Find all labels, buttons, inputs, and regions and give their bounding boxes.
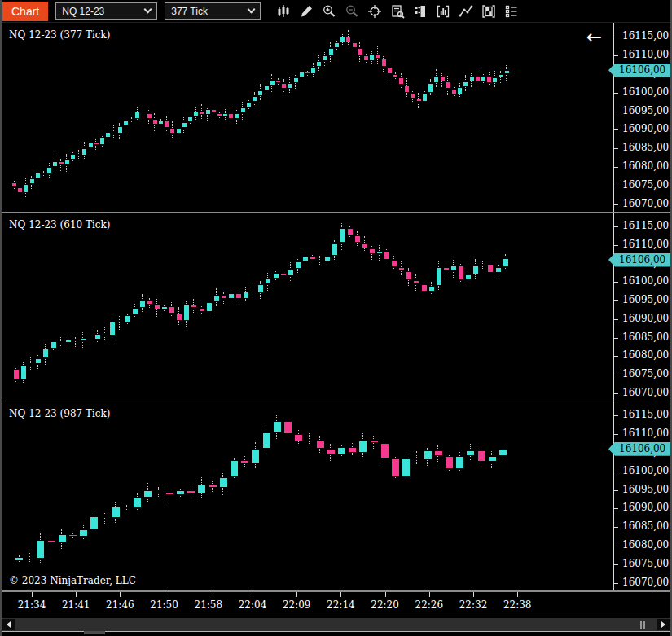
scrollbar-grip[interactable] xyxy=(640,621,645,629)
zoom-in-icon[interactable] xyxy=(318,2,340,20)
candle-up xyxy=(161,306,168,310)
price-tick-label: 16085,00 xyxy=(622,331,669,343)
candle-up xyxy=(293,77,299,83)
candle-down xyxy=(345,37,351,42)
data-box-icon[interactable] xyxy=(386,2,409,20)
scroll-left-button[interactable] xyxy=(2,619,15,630)
candle-up xyxy=(129,119,134,121)
time-tick-label: 21:50 xyxy=(150,599,178,611)
price-tick xyxy=(614,167,618,168)
plot-area[interactable]: ← xyxy=(2,23,613,212)
time-tick xyxy=(253,592,253,597)
line-chart-icon[interactable] xyxy=(455,2,477,20)
candle-down xyxy=(294,434,303,441)
objects-list-icon[interactable] xyxy=(500,2,523,20)
zoom-out-icon[interactable] xyxy=(340,2,363,20)
candle-up xyxy=(287,83,292,89)
crosshair-icon[interactable] xyxy=(363,2,386,20)
time-tick xyxy=(385,592,386,597)
candle-up xyxy=(36,540,45,559)
chart-style-icon[interactable] xyxy=(272,2,295,20)
candle-up xyxy=(305,440,314,441)
price-tick xyxy=(614,37,618,37)
indicators-icon[interactable] xyxy=(432,2,455,20)
candle-up xyxy=(125,315,131,322)
candle-up xyxy=(94,334,101,340)
price-tick xyxy=(614,434,618,435)
time-tick-label: 22:38 xyxy=(503,599,532,611)
time-tick xyxy=(76,592,77,597)
candle-up xyxy=(316,61,322,67)
instrument-dropdown-value: NQ 12-23 xyxy=(62,6,104,17)
candle-up xyxy=(466,450,475,456)
candle-down xyxy=(169,128,175,134)
candle-down xyxy=(169,306,175,314)
candle-down xyxy=(404,86,410,93)
price-axis[interactable]: 16115,0016110,0016105,0016100,0016095,00… xyxy=(613,23,670,212)
candle-down xyxy=(375,54,380,59)
plot-area[interactable] xyxy=(2,213,613,401)
time-axis[interactable]: 21:3421:4121:4621:5021:5822:0422:0922:14… xyxy=(2,591,670,618)
candle-up xyxy=(79,529,88,537)
candle-up xyxy=(80,338,86,342)
scroll-right-button[interactable] xyxy=(657,619,670,630)
candle-up xyxy=(433,76,439,83)
candle-down xyxy=(165,492,174,496)
price-axis[interactable]: 16115,0016110,0016105,0016100,0016095,00… xyxy=(613,213,670,401)
scroll-to-latest-arrow[interactable]: ← xyxy=(586,28,602,46)
candle-down xyxy=(217,113,222,117)
horizontal-scrollbar[interactable] xyxy=(2,618,670,631)
candle-up xyxy=(339,228,345,243)
candle-down xyxy=(363,55,369,61)
price-axis[interactable]: 16115,0016110,0016105,0016100,0016095,00… xyxy=(613,401,670,590)
candle-up xyxy=(235,113,240,119)
candle-up xyxy=(480,264,486,265)
candle-down xyxy=(211,109,217,113)
price-tick-label: 16085,00 xyxy=(622,142,669,153)
price-tick-label: 16115,00 xyxy=(622,30,669,42)
candle-down xyxy=(443,267,450,271)
candle-down xyxy=(87,338,94,340)
candle-down xyxy=(140,112,146,113)
candle-down xyxy=(176,314,182,321)
candle-down xyxy=(102,334,108,336)
time-tick-label: 22:04 xyxy=(239,599,267,611)
time-tick-label: 21:46 xyxy=(106,599,134,611)
price-tick-label: 16080,00 xyxy=(622,349,669,361)
candle-up xyxy=(295,261,301,269)
candle-up xyxy=(206,302,213,311)
candle-down xyxy=(380,443,389,458)
candle-up xyxy=(158,121,164,125)
panel-label: NQ 12-23 (377 Tick) xyxy=(9,29,110,41)
candle-down xyxy=(187,490,195,494)
price-tick-label: 16115,00 xyxy=(622,409,669,420)
price-tick-label: 16090,00 xyxy=(622,502,669,513)
toolbar: Chart NQ 12-23 377 Tick xyxy=(2,0,670,23)
strategies-icon[interactable] xyxy=(477,2,500,20)
candle-up xyxy=(376,251,383,255)
candle-down xyxy=(354,235,361,243)
scrollbar-track[interactable] xyxy=(15,619,657,630)
price-tick xyxy=(614,508,618,509)
candle-up xyxy=(310,67,316,74)
candle-up xyxy=(133,498,142,509)
candle-down xyxy=(446,81,451,89)
instrument-dropdown[interactable]: NQ 12-23 xyxy=(55,2,157,20)
drawing-tools-icon[interactable] xyxy=(295,2,318,20)
candle-up xyxy=(182,122,187,128)
candle-up xyxy=(51,341,57,349)
candle-down xyxy=(387,67,393,74)
plot-area[interactable] xyxy=(2,401,613,590)
candle-up xyxy=(358,440,367,453)
candle-down xyxy=(199,308,205,312)
tab-chart[interactable]: Chart xyxy=(2,2,48,21)
candle-down xyxy=(317,260,323,261)
price-tick-label: 16095,00 xyxy=(622,294,669,305)
candle-up xyxy=(15,557,24,561)
chart-trader-icon[interactable] xyxy=(409,2,432,20)
candle-up xyxy=(323,55,328,61)
candle-up xyxy=(488,456,497,462)
interval-dropdown[interactable]: 377 Tick xyxy=(165,2,261,20)
price-tick xyxy=(614,300,618,301)
candle-up xyxy=(450,265,457,271)
